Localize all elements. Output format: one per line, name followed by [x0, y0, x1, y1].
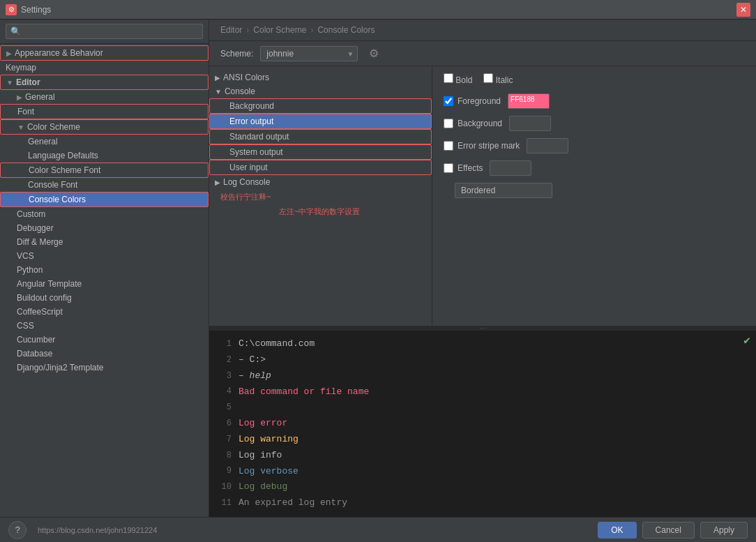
tree-item-erroroutput[interactable]: Error output: [209, 114, 432, 129]
close-button[interactable]: ✕: [736, 3, 750, 17]
tree-item-userinput[interactable]: User input: [209, 160, 432, 175]
window-title: Settings: [21, 5, 51, 15]
preview-line-4: 4 Bad command or file name: [209, 384, 756, 400]
arrow-icon-editor: ▼: [6, 79, 13, 86]
apply-button[interactable]: Apply: [700, 522, 748, 539]
line-text-1: C:\command.com: [239, 337, 315, 352]
effects-dropdown-wrap: Bordered Underline Bold underline Strike…: [455, 183, 552, 198]
background-row: Background: [444, 116, 745, 131]
breadcrumb: Editor › Color Scheme › Console Colors: [209, 20, 756, 41]
sidebar-item-diffmerge[interactable]: Diff & Merge: [0, 235, 209, 249]
checkmark-icon: ✔: [743, 333, 750, 347]
sidebar-item-cs-font[interactable]: Color Scheme Font: [0, 163, 209, 178]
errorstripe-checkbox[interactable]: [444, 141, 453, 151]
bold-checkbox[interactable]: [444, 73, 453, 83]
foreground-checkbox[interactable]: [444, 96, 453, 106]
sidebar-item-django[interactable]: Django/Jinja2 Template: [0, 361, 209, 375]
effects-color-swatch[interactable]: [490, 160, 531, 176]
tree-item-sysoutput[interactable]: System output: [209, 144, 432, 160]
arrow-icon-general: ▶: [17, 93, 22, 101]
sidebar-item-css[interactable]: CSS: [0, 319, 209, 333]
bold-label: Bold: [444, 73, 472, 85]
sidebar-item-cucumber[interactable]: Cucumber: [0, 333, 209, 347]
foreground-color-value: FF6188: [508, 94, 536, 105]
foreground-color-swatch[interactable]: FF6188: [508, 93, 550, 109]
sidebar-item-vcs[interactable]: VCS: [0, 249, 209, 263]
gear-button[interactable]: ⚙: [365, 45, 383, 61]
sidebar-label-colorscheme: Color Scheme: [27, 122, 80, 132]
sidebar-section: ▶ Appearance & Behavior Keymap ▼ Editor …: [0, 44, 209, 376]
line-text-2: – C:>: [239, 353, 266, 368]
tree-label-stdoutput: Standard output: [229, 132, 289, 142]
sidebar-item-general[interactable]: ▶ General: [0, 90, 209, 104]
effects-label: Effects: [444, 163, 483, 173]
sidebar-item-colorscheme[interactable]: ▼ Color Scheme: [0, 119, 209, 135]
preview-line-3: 3 – help: [209, 368, 756, 384]
line-num-7: 7: [215, 433, 232, 446]
breadcrumb-colorscheme: Color Scheme: [253, 25, 306, 35]
line-num-11: 11: [215, 497, 232, 510]
scheme-select-wrap: johnnie Default Darcula Monokai ▼: [260, 46, 358, 61]
sidebar-item-font[interactable]: Font: [0, 104, 209, 119]
line-num-4: 4: [215, 385, 232, 398]
line-text-5: [239, 400, 244, 415]
line-text-4: Bad command or file name: [239, 385, 369, 400]
line-text-8: Log info: [239, 449, 282, 463]
sidebar: ▶ Appearance & Behavior Keymap ▼ Editor …: [0, 20, 209, 517]
italic-checkbox[interactable]: [483, 73, 493, 83]
arrow-icon: ▶: [6, 50, 12, 57]
effects-dropdown[interactable]: Bordered Underline Bold underline Strike…: [455, 183, 552, 198]
preview-pane: ✔ 1 C:\command.com 2 – C:> 3 – help 4 Ba…: [209, 330, 756, 517]
errorstripe-row: Error stripe mark: [444, 138, 745, 153]
tree-item-stdoutput[interactable]: Standard output: [209, 129, 432, 144]
content-split: ▶ ANSI Colors ▼ Console Background Err: [209, 66, 756, 517]
sidebar-item-debugger[interactable]: Debugger: [0, 221, 209, 235]
sidebar-item-buildout[interactable]: Buildout config: [0, 291, 209, 305]
sidebar-label-general: General: [25, 92, 55, 102]
help-button[interactable]: ?: [8, 521, 27, 539]
sidebar-item-console-colors[interactable]: Console Colors: [0, 192, 209, 207]
sidebar-item-appearance[interactable]: ▶ Appearance & Behavior: [0, 45, 209, 61]
background-label: Background: [444, 119, 502, 128]
sidebar-item-keymap[interactable]: Keymap: [0, 61, 209, 75]
effects-dropdown-row: Bordered Underline Bold underline Strike…: [455, 183, 745, 198]
sidebar-item-python[interactable]: Python: [0, 263, 209, 277]
tree-item-background[interactable]: Background: [209, 98, 432, 114]
preview-line-8: 8 Log info: [209, 448, 756, 464]
cancel-button[interactable]: Cancel: [642, 522, 695, 539]
sidebar-item-coffeescript[interactable]: CoffeeScript: [0, 305, 209, 319]
sidebar-item-cs-general[interactable]: General: [0, 135, 209, 149]
scheme-select[interactable]: johnnie Default Darcula Monokai: [260, 46, 358, 61]
line-text-11: An expired log entry: [239, 496, 347, 511]
ok-button[interactable]: OK: [598, 522, 636, 539]
breadcrumb-editor: Editor: [220, 25, 242, 35]
upper-split: ▶ ANSI Colors ▼ Console Background Err: [209, 66, 756, 326]
main-container: ▶ Appearance & Behavior Keymap ▼ Editor …: [0, 20, 756, 517]
preview-line-1: 1 C:\command.com: [209, 336, 756, 352]
preview-line-11: 11 An expired log entry: [209, 495, 756, 511]
arrow-icon-cs: ▼: [17, 123, 24, 131]
sidebar-item-custom[interactable]: Custom: [0, 207, 209, 221]
sidebar-item-database[interactable]: Database: [0, 347, 209, 361]
content-area: Editor › Color Scheme › Console Colors S…: [209, 20, 756, 517]
scheme-label: Scheme:: [220, 49, 253, 59]
line-num-3: 3: [215, 370, 232, 383]
annotation-text-2: 左注~中字我的数字设置: [209, 205, 432, 218]
effects-checkbox[interactable]: [444, 163, 453, 173]
sidebar-item-console-font[interactable]: Console Font: [0, 178, 209, 192]
preview-line-5: 5: [209, 400, 756, 416]
tree-item-ansi[interactable]: ▶ ANSI Colors: [209, 70, 432, 84]
props-pane: Bold Italic Foreground: [432, 66, 756, 326]
tree-item-logconsole[interactable]: ▶ Log Console: [209, 175, 432, 189]
sidebar-item-editor[interactable]: ▼ Editor: [0, 75, 209, 90]
italic-label: Italic: [483, 73, 513, 85]
sidebar-item-langdefaults[interactable]: Language Defaults: [0, 149, 209, 163]
tree-item-console[interactable]: ▼ Console: [209, 84, 432, 98]
foreground-label: Foreground: [444, 96, 501, 106]
sidebar-item-angular[interactable]: Angular Template: [0, 277, 209, 291]
background-checkbox[interactable]: [444, 119, 453, 128]
errorstripe-color-swatch[interactable]: [527, 138, 568, 153]
background-color-swatch[interactable]: [509, 116, 551, 131]
search-input[interactable]: [6, 24, 203, 39]
line-num-9: 9: [215, 465, 232, 478]
